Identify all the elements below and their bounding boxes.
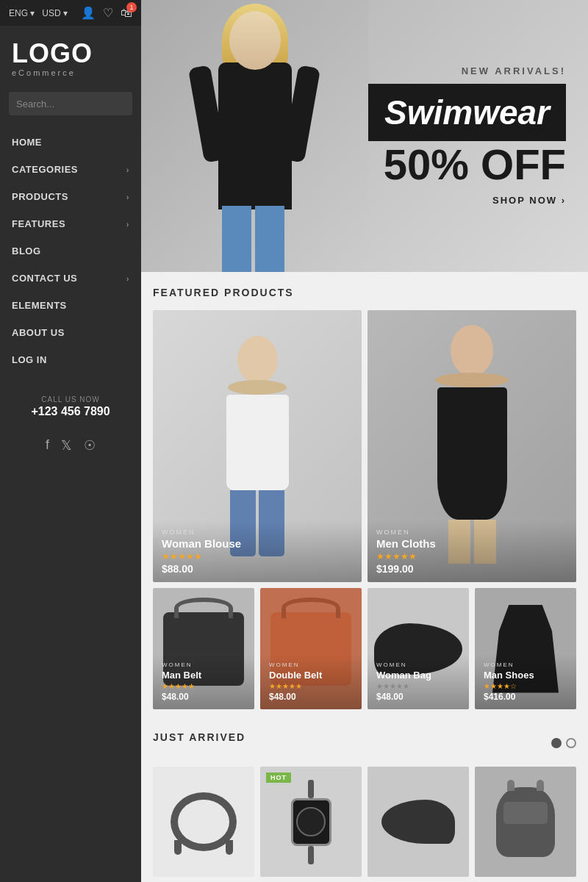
- nav-item-contact-us[interactable]: CONTACT US ›: [0, 265, 141, 292]
- nav-label-elements: ELEMENTS: [12, 300, 67, 311]
- m1-shoulders: [228, 380, 287, 395]
- search-input[interactable]: [9, 93, 132, 115]
- shoes-pair: [381, 800, 455, 844]
- nav-label-categories: CATEGORIES: [12, 164, 78, 175]
- arrived-card-watch[interactable]: HOT: [260, 767, 362, 877]
- product-card-double-belt[interactable]: WOMEN Double Belt ★★★★★ $48.00: [260, 588, 362, 709]
- featured-grid: WOMEN Woman Blouse ★★★★★ $88.00: [153, 310, 576, 709]
- nav-label-log-in: LOG IN: [12, 354, 47, 365]
- watch-dial: [296, 807, 326, 836]
- product-category-6: WOMEN: [484, 662, 567, 668]
- featured-row-top: WOMEN Woman Blouse ★★★★★ $88.00: [153, 310, 576, 582]
- arrived-card-backpack[interactable]: [475, 767, 576, 877]
- arrived-bg-3: [368, 767, 469, 877]
- nav-item-about-us[interactable]: ABOUT US: [0, 319, 141, 346]
- backpack-strap-r: [537, 780, 544, 791]
- logo-text[interactable]: LOGO: [12, 40, 129, 67]
- nav-item-log-in[interactable]: LOG IN: [0, 346, 141, 373]
- featured-row-bottom: WOMEN Man Belt ★★★★★ $48.00 WOMEN Double…: [153, 588, 576, 709]
- cart-icon[interactable]: 🛍 1: [121, 7, 132, 20]
- product-info-6: WOMEN Man Shoes ★★★★☆ $416.00: [475, 654, 576, 709]
- product-info-4: WOMEN Double Belt ★★★★★ $48.00: [260, 654, 362, 709]
- nav-label-features: FEATURES: [12, 218, 65, 229]
- language-selector[interactable]: ENG ▾: [9, 8, 35, 18]
- nav-label-blog: BLOG: [12, 245, 41, 257]
- instagram-icon[interactable]: ☉: [84, 437, 96, 453]
- product-card-men-cloths[interactable]: WOMEN Men Cloths ★★★★★ $199.00: [368, 310, 576, 582]
- call-label: CALL US NOW: [12, 395, 129, 404]
- cart-badge: 1: [126, 2, 137, 12]
- nav-item-products[interactable]: PRODUCTS ›: [0, 183, 141, 210]
- watch-band-bottom: [308, 846, 314, 864]
- product-category-4: WOMEN: [269, 662, 353, 668]
- chevron-icon-products: ›: [126, 193, 129, 201]
- sidebar: ENG ▾ USD ▾ 👤 ♡ 🛍 1 LOGO eCommerce 🔍 HOM…: [0, 0, 141, 882]
- nav-item-features[interactable]: FEATURES ›: [0, 210, 141, 237]
- model-leg-right: [255, 206, 284, 272]
- product-info-2: WOMEN Men Cloths ★★★★★ $199.00: [368, 521, 576, 582]
- hero-banner: NEW ARRIVALS! Swimwear 50% OFF SHOP NOW …: [141, 0, 588, 272]
- nav-item-home[interactable]: HOME: [0, 129, 141, 156]
- nav-item-categories[interactable]: CATEGORIES ›: [0, 156, 141, 183]
- logo-sub: eCommerce: [12, 68, 129, 77]
- carousel-dot-2[interactable]: [566, 738, 576, 748]
- model-figure: [182, 11, 329, 272]
- product-stars-1: ★★★★★: [162, 551, 353, 562]
- nav-item-elements[interactable]: ELEMENTS: [0, 292, 141, 319]
- facebook-icon[interactable]: f: [46, 437, 49, 453]
- nav-label-products: PRODUCTS: [12, 191, 68, 202]
- twitter-icon[interactable]: 𝕏: [61, 437, 72, 453]
- product-name-6: Man Shoes: [484, 670, 567, 681]
- hero-text: NEW ARRIVALS! Swimwear 50% OFF SHOP NOW …: [368, 0, 573, 272]
- user-icon[interactable]: 👤: [81, 6, 96, 20]
- hero-discount-text: 50% OFF: [384, 141, 566, 188]
- shoe-left: [381, 800, 455, 844]
- hero-title-text: Swimwear: [384, 93, 550, 132]
- product-card-man-belt[interactable]: WOMEN Man Belt ★★★★★ $48.00: [153, 588, 254, 709]
- model-head: [229, 11, 281, 70]
- backpack-icon: [496, 787, 555, 857]
- arrived-card-headphones[interactable]: [153, 767, 254, 877]
- hero-title-box: Swimwear: [368, 84, 566, 141]
- m1-head: [237, 336, 278, 384]
- product-price-3: $48.00: [162, 692, 245, 702]
- just-arrived-grid: HOT: [153, 767, 576, 877]
- arrived-card-shoes[interactable]: [368, 767, 469, 877]
- featured-section-title: FEATURED PRODUCTS: [153, 287, 576, 298]
- product-price-5: $48.00: [376, 692, 460, 702]
- carousel-dot-1[interactable]: [551, 738, 562, 748]
- product-card-woman-blouse[interactable]: WOMEN Woman Blouse ★★★★★ $88.00: [153, 310, 362, 582]
- nav-menu: HOME CATEGORIES › PRODUCTS › FEATURES › …: [0, 129, 141, 373]
- product-info-3: WOMEN Man Belt ★★★★★ $48.00: [153, 654, 254, 709]
- arrived-bg-2: [260, 767, 362, 877]
- product-name-2: Men Cloths: [376, 537, 567, 550]
- headphone-left-ear: [174, 840, 182, 855]
- top-bar: ENG ▾ USD ▾ 👤 ♡ 🛍 1: [0, 0, 141, 26]
- product-stars-6: ★★★★☆: [484, 682, 567, 690]
- m2-head: [451, 325, 493, 376]
- m2-shoulders: [435, 373, 509, 387]
- product-stars-2: ★★★★★: [376, 551, 567, 562]
- model-leg-left: [222, 206, 251, 272]
- hero-shop-now-text[interactable]: SHOP NOW ›: [492, 195, 566, 206]
- nav-label-about-us: ABOUT US: [12, 327, 65, 338]
- product-price-1: $88.00: [162, 563, 353, 575]
- product-info-1: WOMEN Woman Blouse ★★★★★ $88.00: [153, 521, 362, 582]
- product-name-1: Woman Blouse: [162, 537, 353, 550]
- product-category-5: WOMEN: [376, 662, 460, 668]
- product-category-1: WOMEN: [162, 528, 353, 536]
- product-card-man-shoes[interactable]: WOMEN Man Shoes ★★★★☆ $416.00: [475, 588, 576, 709]
- model-body: [218, 62, 292, 209]
- nav-item-blog[interactable]: BLOG: [0, 237, 141, 265]
- product-info-5: WOMEN Woman Bag ★★★★★ $48.00: [368, 654, 469, 709]
- nav-label-contact-us: CONTACT US: [12, 273, 77, 284]
- currency-selector[interactable]: USD ▾: [42, 8, 68, 18]
- hero-model-area: [141, 0, 369, 272]
- wishlist-icon[interactable]: ♡: [103, 6, 113, 20]
- product-card-woman-bag[interactable]: WOMEN Woman Bag ★★★★★ $48.00: [368, 588, 469, 709]
- watch-icon: [291, 780, 331, 864]
- call-number[interactable]: +123 456 7890: [12, 405, 129, 418]
- product-stars-3: ★★★★★: [162, 682, 245, 690]
- headphone-icon: [171, 792, 237, 851]
- hero-shop-now-area[interactable]: SHOP NOW ›: [492, 193, 566, 207]
